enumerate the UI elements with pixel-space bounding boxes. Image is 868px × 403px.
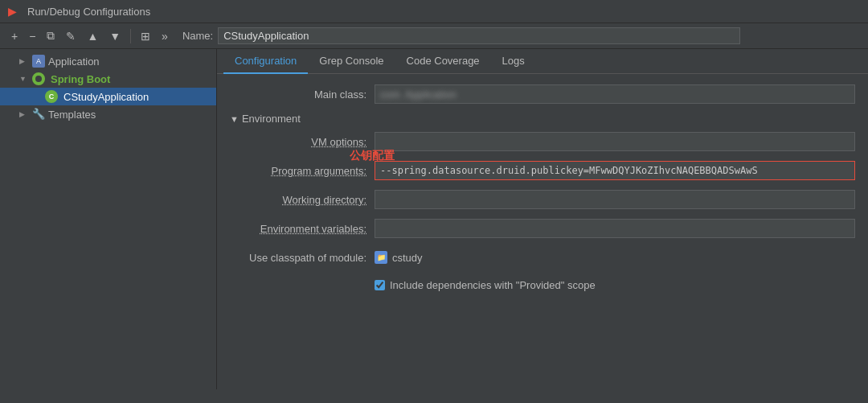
dialog-title: Run/Debug Configurations <box>27 6 150 18</box>
working-dir-label: Working directory: <box>230 194 375 206</box>
chevron-right-icon: ▶ <box>19 110 29 118</box>
working-dir-input[interactable] <box>380 194 850 206</box>
env-chevron-icon: ▼ <box>230 114 239 124</box>
main-layout: ▶ A Application ▼ Spring Boot CStudyAppl… <box>0 49 868 389</box>
main-class-text: com. Application <box>380 88 457 101</box>
config-panel: Main class: com. Application ▼ Environme… <box>217 74 868 389</box>
sidebar-item-cstudy[interactable]: CStudyApplication <box>0 88 216 105</box>
vm-options-row: VM options: <box>230 131 855 152</box>
spring-icon <box>32 72 45 85</box>
main-class-value[interactable]: com. Application <box>375 84 855 104</box>
vm-options-input[interactable] <box>380 136 850 148</box>
name-section: Name: <box>182 27 740 44</box>
chevron-down-icon: ▼ <box>19 75 29 83</box>
module-icon: 📁 <box>375 251 387 264</box>
env-vars-label: Environment variables: <box>230 223 375 235</box>
cstudy-icon <box>45 90 58 103</box>
vm-options-value[interactable] <box>375 132 855 151</box>
add-button[interactable]: + <box>6 27 23 45</box>
tab-grep-console[interactable]: Grep Console <box>308 49 395 74</box>
main-class-row: Main class: com. Application <box>230 84 855 105</box>
application-icon: A <box>32 55 45 68</box>
vm-options-label: VM options: <box>230 136 375 148</box>
classpath-label: Use classpath of module: <box>230 252 375 264</box>
sidebar-item-templates[interactable]: ▶ 🔧 Templates <box>0 105 216 123</box>
remove-button[interactable]: − <box>24 27 40 45</box>
working-dir-row: Working directory: <box>230 189 855 210</box>
name-input[interactable] <box>218 27 740 44</box>
expand-button[interactable]: ⊞ <box>136 27 155 45</box>
sidebar-item-label: CStudyApplication <box>63 91 149 103</box>
env-vars-value[interactable] <box>375 219 855 238</box>
tab-configuration[interactable]: Configuration <box>223 49 308 74</box>
sidebar-item-label: Templates <box>48 109 96 121</box>
tab-logs[interactable]: Logs <box>491 49 536 74</box>
public-key-annotation: 公钥配置 <box>350 149 395 163</box>
down-button[interactable]: ▼ <box>104 27 125 45</box>
include-dep-checkbox[interactable] <box>375 280 385 290</box>
module-value: 📁 cstudy <box>375 251 423 264</box>
toolbar: + − ⧉ ✎ ▲ ▼ ⊞ » Name: <box>0 23 868 49</box>
sidebar-item-label: Spring Boot <box>51 73 110 85</box>
name-label: Name: <box>182 30 213 42</box>
app-icon: ▶ <box>8 5 21 18</box>
sidebar-item-label: Application <box>48 56 100 68</box>
classpath-row: Use classpath of module: 📁 cstudy <box>230 247 855 268</box>
include-dep-row: Include dependencies with "Provided" sco… <box>375 276 855 294</box>
up-button[interactable]: ▲ <box>82 27 103 45</box>
sidebar-item-application[interactable]: ▶ A Application <box>0 52 216 70</box>
tab-code-coverage[interactable]: Code Coverage <box>395 49 491 74</box>
copy-button[interactable]: ⧉ <box>42 27 59 45</box>
program-args-label: Program arguments: <box>230 165 375 177</box>
template-icon: 🔧 <box>32 108 45 121</box>
title-bar: ▶ Run/Debug Configurations <box>0 0 868 23</box>
edit-button[interactable]: ✎ <box>61 27 80 45</box>
module-name: cstudy <box>392 252 423 264</box>
main-class-label: Main class: <box>230 88 375 101</box>
env-vars-row: Environment variables: <box>230 218 855 239</box>
sidebar: ▶ A Application ▼ Spring Boot CStudyAppl… <box>0 49 217 389</box>
env-vars-input[interactable] <box>380 223 850 235</box>
chevron-right-icon: ▶ <box>19 57 29 65</box>
program-args-text: --spring.datasource.druid.publickey=MFww… <box>380 165 758 176</box>
tabs: Configuration Grep Console Code Coverage… <box>217 49 868 74</box>
toolbar-separator <box>130 29 131 43</box>
content-area: Configuration Grep Console Code Coverage… <box>217 49 868 389</box>
env-section-label: Environment <box>242 113 301 125</box>
include-dep-label: Include dependencies with "Provided" sco… <box>390 279 596 291</box>
env-section-header[interactable]: ▼ Environment <box>230 113 855 125</box>
more-button[interactable]: » <box>157 27 173 45</box>
program-args-value[interactable]: --spring.datasource.druid.publickey=MFww… <box>375 161 855 180</box>
working-dir-value[interactable] <box>375 190 855 209</box>
sidebar-item-spring-boot[interactable]: ▼ Spring Boot <box>0 70 216 88</box>
program-args-row: Program arguments: 公钥配置 --spring.datasou… <box>230 160 855 181</box>
